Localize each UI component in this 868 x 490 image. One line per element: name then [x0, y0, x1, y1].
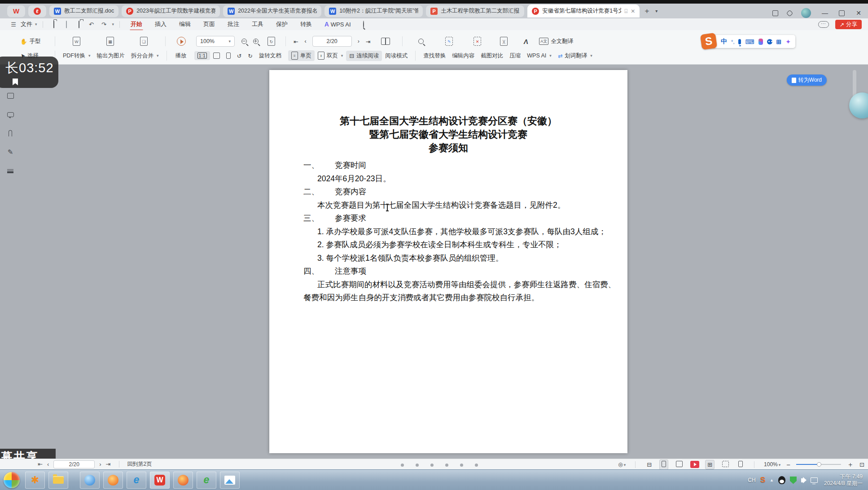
read-mode-button[interactable]: 阅读模式: [382, 51, 411, 61]
menu-home[interactable]: 开始: [125, 20, 148, 28]
zoom-percent-dropdown[interactable]: 100%▾: [764, 461, 780, 468]
tab-document-3[interactable]: W2022年全国大学生英语竞赛报名通知: [223, 5, 321, 17]
split-merge-icon-button[interactable]: ❏: [137, 35, 151, 47]
hamburger-icon[interactable]: ☰: [8, 21, 19, 28]
ime-toolbar[interactable]: S 中 °, ⌨ ⊞ ✦: [707, 35, 795, 48]
attachment-panel-icon[interactable]: [6, 129, 14, 137]
zoom-out-button[interactable]: [238, 37, 250, 45]
edit-content-icon-button[interactable]: ✎: [442, 35, 456, 47]
side-by-side-icon[interactable]: [772, 10, 778, 16]
tab-list-chevron-icon[interactable]: ▾: [655, 9, 658, 13]
maximize-button[interactable]: [839, 10, 845, 16]
ime-grid-icon[interactable]: ⊞: [776, 38, 782, 45]
volume-icon[interactable]: [801, 478, 804, 482]
rotate-left-button[interactable]: ↺: [234, 51, 245, 61]
tab-document-1[interactable]: W教工二支部汇报.doc: [49, 5, 118, 17]
find-replace-button[interactable]: 查找替换: [420, 51, 449, 61]
layers-panel-icon[interactable]: [6, 167, 14, 175]
screenshot-icon-button[interactable]: ✕: [470, 35, 484, 47]
menu-annotate[interactable]: 批注: [222, 20, 245, 28]
tab-close-icon[interactable]: ✕: [631, 8, 635, 14]
status-page-input[interactable]: 2/20: [53, 460, 95, 468]
ime-skin-icon[interactable]: [758, 39, 763, 45]
ime-robot-icon[interactable]: [767, 39, 772, 44]
export-image-icon-button[interactable]: ▦: [103, 35, 117, 47]
hand-tool-button[interactable]: ✋手型: [17, 36, 50, 47]
taskbar-icon-firefox[interactable]: [103, 472, 123, 489]
pdf-convert-icon-button[interactable]: W: [70, 35, 83, 47]
continuous-read-button[interactable]: ⊟连续阅读: [346, 51, 382, 61]
menu-tools[interactable]: 工具: [246, 20, 269, 28]
actual-size-icon[interactable]: ⊞: [705, 460, 715, 469]
open-file-icon[interactable]: [48, 21, 59, 28]
ime-lang-icon[interactable]: 中: [721, 38, 727, 46]
play-button[interactable]: 播放: [172, 51, 190, 61]
convert-to-word-button[interactable]: 转为Word: [787, 74, 827, 86]
prev-page-icon[interactable]: ‹: [47, 461, 49, 468]
taskbar-icon-ie-green[interactable]: e: [197, 472, 216, 489]
last-page-icon[interactable]: ⇥: [106, 461, 111, 468]
tab-document-active[interactable]: P安徽省第七届结构设计竞赛1号文⌻✕: [527, 4, 640, 18]
first-page-icon[interactable]: ⇤: [38, 461, 43, 468]
annotate-pen-icon[interactable]: ✎: [6, 148, 14, 156]
taskbar-icon-photos[interactable]: [220, 472, 240, 489]
cloud-status-icon[interactable]: ⋯: [818, 21, 829, 28]
continuous-view-icon[interactable]: ⊟: [645, 460, 653, 469]
comment-panel-icon[interactable]: [6, 110, 14, 118]
find-icon-button[interactable]: [415, 37, 427, 45]
zoom-in-button[interactable]: [250, 37, 262, 45]
edit-content-button[interactable]: 编辑内容: [449, 51, 478, 61]
share-button[interactable]: ↗分享: [835, 20, 862, 29]
tab-document-5[interactable]: P土木工程学院教工第二支部汇报2.ppt: [426, 5, 524, 17]
language-indicator[interactable]: CH: [748, 477, 755, 483]
menu-protect[interactable]: 保护: [271, 20, 293, 28]
file-menu[interactable]: 文件: [21, 20, 32, 28]
compress-icon-button[interactable]: )(: [497, 35, 511, 47]
double-page-view-icon[interactable]: [674, 460, 684, 469]
zoom-slider[interactable]: [796, 464, 841, 465]
next-page-icon[interactable]: ›: [99, 461, 101, 468]
user-avatar[interactable]: [801, 8, 811, 18]
rotate-doc-button[interactable]: 旋转文档: [256, 51, 285, 61]
double-page-button[interactable]: ‖双页▾: [315, 50, 346, 61]
tab-device-icon[interactable]: ⌻: [624, 8, 627, 14]
security-shield-icon[interactable]: [790, 477, 797, 484]
fit-width-button[interactable]: [223, 51, 234, 60]
network-icon[interactable]: [811, 477, 818, 483]
floating-assistant-ball[interactable]: [849, 92, 868, 118]
compress-button[interactable]: 压缩: [506, 51, 524, 61]
search-icon[interactable]: [358, 21, 369, 28]
new-tab-button[interactable]: +: [644, 7, 649, 16]
fit-page-button[interactable]: [210, 51, 223, 60]
word-translate-button[interactable]: ⇄划词翻译▾: [555, 51, 596, 61]
tab-document-4[interactable]: W10附件2：皖江工学院“闻天班”管理: [324, 5, 423, 17]
menu-insert[interactable]: 插入: [149, 20, 172, 28]
menu-page[interactable]: 页面: [198, 20, 220, 28]
page-number-input[interactable]: 2/20: [312, 36, 352, 47]
wps-ai-button[interactable]: WPS AI▾: [524, 51, 555, 60]
last-page-button[interactable]: ⇥: [363, 37, 373, 46]
taskbar-icon-browser-blue[interactable]: [80, 472, 100, 489]
taskbar-icon-ie[interactable]: e: [127, 472, 146, 489]
ime-keyboard-icon[interactable]: ⌨: [745, 38, 754, 45]
zoom-out-minus[interactable]: −: [786, 461, 790, 468]
next-page-button[interactable]: ›: [355, 37, 363, 46]
menu-wps-ai[interactable]: A WPS AI: [319, 21, 356, 28]
autoplay-button[interactable]: [690, 461, 699, 468]
tab-document-2[interactable]: P2023年皖江工学院数学建模竞赛通知: [122, 5, 220, 17]
taskbar-clock[interactable]: 下午 7:49 2024/4/8 星期一: [824, 473, 863, 487]
sogou-tray-icon[interactable]: S: [760, 476, 765, 485]
zoom-slider-knob[interactable]: [817, 462, 821, 467]
start-button[interactable]: [4, 472, 20, 488]
wps-ai-icon-button[interactable]: Λ: [521, 36, 531, 47]
full-translate-button[interactable]: A文全文翻译: [536, 36, 576, 47]
print-icon[interactable]: [74, 21, 84, 28]
menu-edit[interactable]: 编辑: [174, 20, 196, 28]
sogou-logo-icon[interactable]: S: [700, 33, 717, 50]
rotate-pages-button[interactable]: ↻: [264, 35, 278, 47]
taskbar-icon-firefox2[interactable]: [173, 472, 193, 489]
save-icon[interactable]: [61, 21, 72, 28]
taskbar-icon-explorer[interactable]: [48, 472, 68, 489]
pdf-convert-button[interactable]: PDF转换▾: [60, 51, 94, 61]
thumbnail-panel-icon[interactable]: [6, 92, 14, 100]
